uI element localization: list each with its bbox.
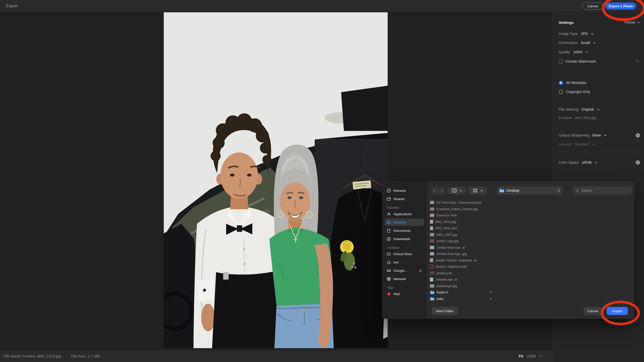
- file-row[interactable]: IMG_0341.jpg: [426, 219, 496, 225]
- chevron-left-icon: [433, 189, 436, 192]
- location-dropdown[interactable]: Desktop: [497, 186, 563, 195]
- photo-preview: [164, 12, 388, 348]
- sidebar-item-desktop[interactable]: Desktop: [385, 218, 424, 226]
- search-field[interactable]: [573, 186, 632, 195]
- include-watermark-checkbox[interactable]: [559, 60, 562, 63]
- sidebar-item-google-drive[interactable]: Google...: [385, 267, 424, 274]
- sidebar-item-downloads[interactable]: Downloads: [385, 235, 424, 243]
- save-dialog: Recents Shared Favorites Applications De…: [382, 182, 634, 319]
- page-title: Export: [6, 0, 18, 12]
- file-list: 01 Free Roun...Recovered.psd Crawford_Ke…: [426, 198, 634, 303]
- dialog-footer: New Folder Cancel Export: [426, 303, 634, 319]
- folder-row[interactable]: keke: [426, 296, 496, 302]
- chevron-down-icon: [459, 190, 462, 192]
- desktop-icon: [387, 220, 391, 224]
- sidebar-item-recents[interactable]: Recents: [385, 187, 424, 194]
- forward-button[interactable]: [438, 187, 445, 194]
- file-row[interactable]: jordan.psd: [426, 270, 496, 277]
- file-thumbnail-icon: [430, 233, 434, 236]
- chevron-down-icon: [592, 144, 595, 145]
- dialog-toolbar: Desktop: [426, 182, 634, 198]
- file-row[interactable]: Jordan Thoma- character .ai: [426, 257, 496, 264]
- home-icon: [387, 260, 391, 264]
- fit-label[interactable]: Fit: [519, 354, 523, 358]
- file-naming-dropdown[interactable]: Original: [581, 107, 594, 111]
- favorites-header: Favorites: [387, 206, 426, 209]
- chevron-down-icon[interactable]: [597, 109, 599, 110]
- info-icon: i: [636, 133, 640, 138]
- sidebar-item-documents[interactable]: Documents: [385, 227, 424, 234]
- file-row[interactable]: jordan copy.jpg: [426, 238, 496, 244]
- eject-icon[interactable]: [419, 269, 422, 272]
- dimensions-dropdown[interactable]: Small: [581, 41, 590, 45]
- color-space-dropdown[interactable]: sRGB: [582, 160, 592, 164]
- file-thumbnail-icon: [430, 265, 433, 269]
- back-button[interactable]: [431, 187, 438, 194]
- file-thumbnail-icon: [430, 201, 434, 204]
- zoom-level[interactable]: 100%: [526, 354, 536, 358]
- downloads-icon: [387, 237, 391, 241]
- hard-drive-icon: [387, 268, 391, 273]
- nav-buttons: [431, 187, 445, 194]
- file-thumbnail-icon: [430, 272, 434, 275]
- chevron-down-icon[interactable]: [594, 162, 597, 163]
- copyright-only-option[interactable]: Copyright Only: [559, 88, 640, 95]
- divider: [559, 99, 640, 100]
- chevron-down-icon[interactable]: [593, 42, 596, 44]
- search-input[interactable]: [581, 188, 629, 193]
- file-row[interactable]: IMG_1867.jpg: [426, 232, 496, 238]
- tags-header: Tags: [387, 286, 426, 289]
- group-view-button[interactable]: [468, 187, 487, 194]
- folder-row[interactable]: Kayla H: [426, 289, 496, 296]
- file-thumbnail-icon: [430, 207, 434, 211]
- file-thumbnail-icon: [430, 239, 434, 243]
- cancel-button[interactable]: Cancel: [582, 3, 603, 10]
- sidebar-item-tag-red[interactable]: Red: [385, 290, 424, 298]
- file-thumbnail-icon: [430, 258, 433, 262]
- new-folder-button[interactable]: New Folder: [431, 307, 458, 315]
- chevron-down-icon: [480, 190, 483, 192]
- dimensions-row: Dimensions Small: [559, 39, 640, 46]
- preset-dropdown[interactable]: Preset: [625, 20, 640, 24]
- file-row[interactable]: IMG_0341.psd: [426, 225, 496, 232]
- sidebar-item-network[interactable]: Network: [385, 275, 424, 283]
- chevron-right-icon: [490, 291, 492, 294]
- sidebar-item-imc[interactable]: imc: [385, 258, 424, 266]
- file-row[interactable]: Jordan final logo .ai: [426, 244, 496, 251]
- chevron-down-icon[interactable]: [591, 33, 594, 35]
- grid-view-icon: [473, 189, 478, 193]
- info-icon: i: [636, 160, 640, 165]
- sidebar-item-shared[interactable]: Shared: [385, 195, 424, 203]
- sidebar-item-icloud-drive[interactable]: iCloud Drive: [385, 250, 424, 258]
- file-thumbnail-icon: [430, 284, 434, 288]
- dialog-cancel-button[interactable]: Cancel: [584, 307, 602, 315]
- file-row[interactable]: 01 Free Roun...Recovered.psd: [426, 199, 496, 206]
- folder-icon: [430, 297, 434, 300]
- file-row[interactable]: Emerson York: [426, 212, 496, 219]
- settings-header: Settings: [559, 20, 574, 25]
- column-view-button[interactable]: [448, 187, 466, 194]
- file-row[interactable]: jordanlogo.jpg: [426, 283, 496, 289]
- quality-dropdown[interactable]: 100%: [573, 50, 582, 54]
- dialog-main: Desktop 01 Free Roun...Recovered.psd Cra…: [426, 182, 634, 319]
- chevron-down-icon[interactable]: [604, 134, 607, 136]
- all-metadata-option[interactable]: All Metadata: [559, 79, 640, 86]
- dialog-export-button[interactable]: Export: [607, 307, 628, 315]
- chevron-down-icon[interactable]: [539, 355, 542, 357]
- image-type-dropdown[interactable]: JPG: [581, 32, 588, 36]
- radio-unselected-icon[interactable]: [559, 90, 563, 94]
- document-icon: [387, 229, 391, 233]
- file-row[interactable]: Crawford_Kelsie_Photos.jpg: [426, 206, 496, 212]
- chevron-down-icon[interactable]: [585, 51, 588, 53]
- file-row[interactable]: JordanLogo .ai: [426, 276, 496, 283]
- file-row[interactable]: Jordan- Flipbook.indd: [426, 263, 496, 270]
- cloud-icon: [387, 252, 391, 256]
- example-row: Example IMG_5315.jpg: [559, 114, 640, 121]
- export-photo-button[interactable]: Export 1 Photo: [606, 3, 636, 10]
- top-bar: Export Cancel Export 1 Photo: [0, 0, 644, 12]
- sidebar-item-applications[interactable]: Applications: [385, 210, 424, 218]
- file-row[interactable]: Jordan final logo .jpg: [426, 251, 496, 257]
- file-thumbnail-icon: [430, 226, 433, 230]
- output-sharpening-dropdown[interactable]: None: [592, 133, 601, 137]
- radio-selected-icon[interactable]: [559, 81, 563, 85]
